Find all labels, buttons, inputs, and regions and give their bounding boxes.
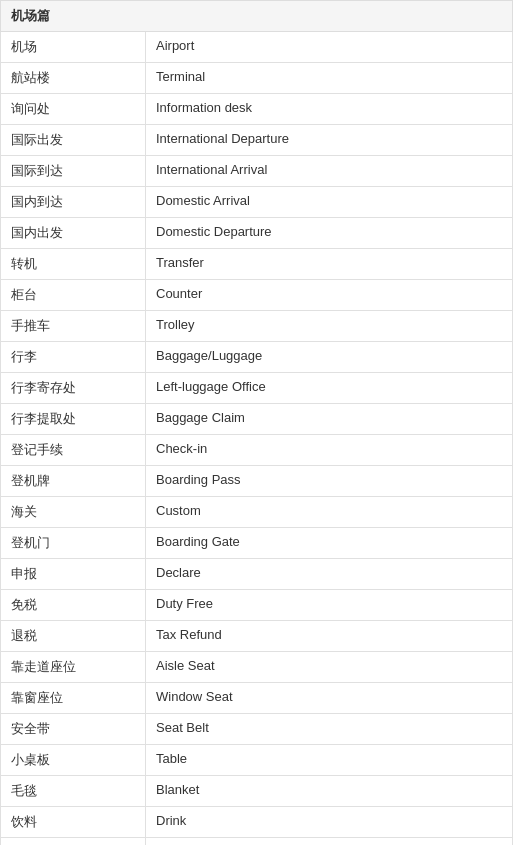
table-row: 行李寄存处Left-luggage Office (0, 373, 513, 404)
cell-english: Seat Belt (146, 714, 512, 744)
table-body: 机场Airport航站楼Terminal询问处Information desk国… (0, 32, 513, 845)
cell-chinese: 手推车 (1, 311, 146, 341)
table-row: 登记手续Check-in (0, 435, 513, 466)
table-row: 手推车Trolley (0, 311, 513, 342)
table-row: 安全带Seat Belt (0, 714, 513, 745)
cell-english: Counter (146, 280, 512, 310)
table-row: 申报Declare (0, 559, 513, 590)
cell-english: Check-in (146, 435, 512, 465)
table-header: 机场篇 (0, 0, 513, 32)
cell-english: Window Seat (146, 683, 512, 713)
vocabulary-table: 机场篇 机场Airport航站楼Terminal询问处Information d… (0, 0, 513, 845)
cell-chinese: 机场 (1, 32, 146, 62)
cell-chinese: 洗手间 (1, 838, 146, 845)
cell-english: Airport (146, 32, 512, 62)
cell-english: Custom (146, 497, 512, 527)
cell-chinese: 海关 (1, 497, 146, 527)
cell-chinese: 毛毯 (1, 776, 146, 806)
cell-chinese: 转机 (1, 249, 146, 279)
cell-english: Boarding Gate (146, 528, 512, 558)
cell-english: Terminal (146, 63, 512, 93)
table-row: 国际出发International Departure (0, 125, 513, 156)
cell-chinese: 行李 (1, 342, 146, 372)
cell-chinese: 申报 (1, 559, 146, 589)
table-row: 海关Custom (0, 497, 513, 528)
table-row: 行李Baggage/Luggage (0, 342, 513, 373)
cell-english: Boarding Pass (146, 466, 512, 496)
table-row: 登机牌Boarding Pass (0, 466, 513, 497)
cell-english: International Departure (146, 125, 512, 155)
cell-chinese: 登机牌 (1, 466, 146, 496)
table-row: 退税Tax Refund (0, 621, 513, 652)
table-row: 免税Duty Free (0, 590, 513, 621)
cell-english: Duty Free (146, 590, 512, 620)
cell-english: Tax Refund (146, 621, 512, 651)
table-row: 询问处Information desk (0, 94, 513, 125)
table-row: 饮料Drink (0, 807, 513, 838)
cell-chinese: 靠走道座位 (1, 652, 146, 682)
cell-english: Trolley (146, 311, 512, 341)
table-row: 行李提取处Baggage Claim (0, 404, 513, 435)
table-row: 毛毯Blanket (0, 776, 513, 807)
cell-chinese: 登记手续 (1, 435, 146, 465)
cell-chinese: 国际出发 (1, 125, 146, 155)
cell-chinese: 航站楼 (1, 63, 146, 93)
cell-chinese: 行李提取处 (1, 404, 146, 434)
table-row: 洗手间Restroom (0, 838, 513, 845)
table-row: 靠窗座位Window Seat (0, 683, 513, 714)
cell-chinese: 登机门 (1, 528, 146, 558)
cell-chinese: 柜台 (1, 280, 146, 310)
table-row: 柜台Counter (0, 280, 513, 311)
cell-english: Baggage Claim (146, 404, 512, 434)
table-row: 机场Airport (0, 32, 513, 63)
header-label: 机场篇 (11, 8, 50, 23)
cell-chinese: 饮料 (1, 807, 146, 837)
table-row: 转机Transfer (0, 249, 513, 280)
table-row: 国际到达International Arrival (0, 156, 513, 187)
cell-chinese: 安全带 (1, 714, 146, 744)
cell-english: Aisle Seat (146, 652, 512, 682)
cell-chinese: 退税 (1, 621, 146, 651)
cell-english: Baggage/Luggage (146, 342, 512, 372)
table-row: 登机门Boarding Gate (0, 528, 513, 559)
cell-english: Left-luggage Office (146, 373, 512, 403)
cell-english: Domestic Departure (146, 218, 512, 248)
cell-english: Transfer (146, 249, 512, 279)
table-row: 小桌板Table (0, 745, 513, 776)
cell-chinese: 行李寄存处 (1, 373, 146, 403)
cell-english: Declare (146, 559, 512, 589)
cell-english: Drink (146, 807, 512, 837)
cell-english: International Arrival (146, 156, 512, 186)
cell-chinese: 靠窗座位 (1, 683, 146, 713)
table-row: 国内出发Domestic Departure (0, 218, 513, 249)
cell-chinese: 国内出发 (1, 218, 146, 248)
cell-chinese: 国内到达 (1, 187, 146, 217)
table-row: 航站楼Terminal (0, 63, 513, 94)
cell-chinese: 小桌板 (1, 745, 146, 775)
cell-english: Blanket (146, 776, 512, 806)
cell-english: Domestic Arrival (146, 187, 512, 217)
cell-english: Table (146, 745, 512, 775)
cell-english: Restroom (146, 838, 512, 845)
cell-chinese: 国际到达 (1, 156, 146, 186)
cell-chinese: 免税 (1, 590, 146, 620)
table-row: 国内到达Domestic Arrival (0, 187, 513, 218)
table-row: 靠走道座位Aisle Seat (0, 652, 513, 683)
cell-chinese: 询问处 (1, 94, 146, 124)
cell-english: Information desk (146, 94, 512, 124)
